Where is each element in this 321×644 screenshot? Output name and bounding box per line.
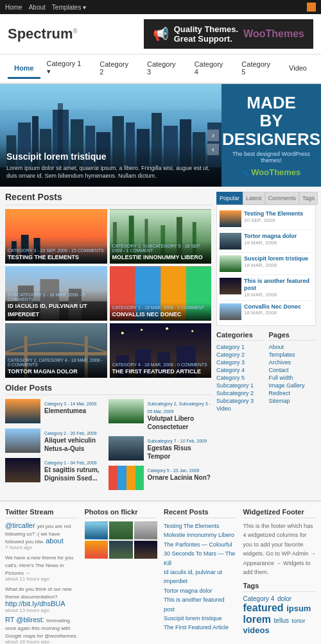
tweet-4: RT @blirest: Innovating once again this … — [5, 616, 78, 644]
tweet-link-1[interactable]: about — [46, 537, 64, 545]
flickr-thumb-5[interactable] — [109, 541, 133, 559]
tag-videos[interactable]: videos — [243, 625, 270, 635]
sidebar-thumb-2[interactable] — [220, 233, 241, 250]
tab-latest[interactable]: Latest — [243, 192, 265, 205]
footer-recent-title: Recent Posts — [164, 508, 237, 518]
cat-item-video[interactable]: Video — [216, 405, 264, 412]
tab-comments[interactable]: Comments — [265, 192, 300, 205]
tag-tortor[interactable]: tortor — [291, 618, 305, 624]
cat-item-1[interactable]: Category 1 — [216, 343, 264, 351]
tag-featured[interactable]: featured — [243, 602, 284, 613]
tag-tellus[interactable]: tellus — [274, 617, 289, 624]
freq-9[interactable]: The First Featured Article — [164, 623, 237, 632]
tag-lorem[interactable]: lorem — [243, 614, 272, 625]
hero-prev-btn[interactable]: ‹ — [207, 144, 219, 155]
tab-popular[interactable]: Popular — [216, 192, 243, 205]
nav-video[interactable]: Video — [282, 59, 313, 79]
page-templates[interactable]: Templates — [269, 351, 317, 359]
admin-bar-about[interactable]: About — [29, 4, 46, 11]
freq-7[interactable]: This is another featured post — [164, 595, 237, 614]
older-cat-5: Category 1 - 04 Feb, 2009 — [44, 461, 97, 465]
sidebar-thumb-1[interactable] — [220, 210, 241, 227]
tweet-link-3[interactable]: http://bit.ly/dhsBUA — [5, 600, 65, 607]
post-thumb-2[interactable]: CATEGORY 2, SUBCATEGORY 5 - 18 SEP, 2009… — [110, 209, 212, 264]
flickr-thumb-3[interactable] — [134, 521, 158, 539]
hero-desc: Lorem ipsum dolor sit amet, quaerat ipsu… — [6, 164, 215, 180]
post-thumb-6[interactable]: CATEGORY 4 - 18 MAR, 2008 - 0 COMMENTS T… — [110, 323, 212, 378]
page-contact[interactable]: Contact — [269, 366, 317, 374]
older-thumb-5[interactable] — [5, 458, 40, 482]
post-cat-3: SUBCATEGORY 2 - 18 MAR, 2008 - 0 COMMENT… — [8, 292, 105, 301]
page-about[interactable]: About — [269, 343, 317, 351]
sidebar-post-title-4: This is another featured post — [244, 278, 313, 292]
cat-item-sub3[interactable]: Subcategory 3 — [216, 397, 264, 405]
sidebar-post-1: Testing The Elements 20 SEP, 2009 — [220, 208, 313, 230]
freq-5[interactable]: Id iaculis id, pulvinar ut imperdiet — [164, 568, 237, 586]
svg-rect-65 — [220, 278, 241, 294]
svg-rect-70 — [85, 541, 108, 558]
freq-1[interactable]: Testing The Elements — [164, 521, 237, 530]
sidebar-thumb-3[interactable] — [220, 255, 241, 272]
older-thumb-6[interactable] — [108, 466, 144, 490]
pages-title: Pages — [269, 331, 317, 341]
svg-rect-62 — [220, 210, 241, 227]
post-thumb-5[interactable]: CATEGORY 2, CATEGORY 4 - 18 MAR, 2008 - … — [5, 323, 107, 378]
page-sitemap[interactable]: Sitemap — [269, 397, 317, 405]
older-thumb-2[interactable] — [108, 399, 144, 423]
older-cat-4: Subcategory 7 - 10 Feb, 2009 — [148, 439, 207, 443]
tweet-handle-4: RT @blirest: — [5, 616, 44, 623]
tag-dolor[interactable]: dolor — [277, 595, 291, 602]
posts-grid: CATEGORY 3 - 20 SEP, 2009 - 15 COMMENTS … — [5, 209, 211, 378]
older-thumb-4[interactable] — [108, 436, 144, 461]
page-archives[interactable]: Archives — [269, 359, 317, 366]
cat-item-5[interactable]: Category 5 — [216, 374, 264, 382]
post-thumb-3[interactable]: SUBCATEGORY 2 - 18 MAR, 2008 - 0 COMMENT… — [5, 266, 107, 321]
freq-6[interactable]: Tortor magna dolor — [164, 586, 237, 595]
svg-rect-56 — [108, 399, 144, 423]
cat-item-4[interactable]: Category 4 — [216, 366, 264, 374]
nav-cat1[interactable]: Category 1 ▾ — [40, 55, 94, 83]
nav-home[interactable]: Home — [8, 59, 40, 79]
older-thumb-1[interactable] — [5, 399, 40, 423]
nav-cat2[interactable]: Category 2 — [93, 55, 141, 83]
nav-cat3[interactable]: Category 3 — [141, 55, 188, 83]
page-gallery[interactable]: Image Gallery — [269, 382, 317, 389]
sidebar-thumb-5[interactable] — [220, 303, 241, 320]
nav-cat5[interactable]: Category 5 — [235, 55, 282, 83]
flickr-thumb-4[interactable] — [85, 541, 108, 559]
sidebar-post-title-1: Testing The Elements — [244, 210, 313, 217]
page-redirect[interactable]: Redirect — [269, 389, 317, 397]
freq-3[interactable]: The Parfontes — Colourful — [164, 540, 237, 549]
older-thumb-3[interactable] — [5, 428, 40, 453]
nav-cat4[interactable]: Category 4 — [188, 55, 236, 83]
tweet-time-2: about 11 hours ago — [5, 576, 78, 582]
flickr-thumb-1[interactable] — [85, 521, 108, 539]
post-thumb-1[interactable]: CATEGORY 3 - 20 SEP, 2009 - 15 COMMENTS … — [5, 209, 107, 264]
widget-text: This is the footer which has 4 widgetize… — [243, 521, 317, 577]
cat-item-sub2[interactable]: Subcategory 2 — [216, 389, 264, 397]
logo-text: Spectrum — [8, 26, 73, 42]
cat-item-sub1[interactable]: Subcategory 1 — [216, 382, 264, 389]
banner-line1: Quality Themes. — [174, 24, 238, 34]
freq-4[interactable]: 30 Seconds To Mars — The Kill — [164, 549, 237, 568]
svg-rect-68 — [109, 522, 133, 539]
tag-cat4[interactable]: Category 4 — [243, 595, 275, 602]
flickr-thumb-6[interactable] — [134, 541, 158, 559]
cat-item-3[interactable]: Category 3 — [216, 359, 264, 366]
tag-ipsum[interactable]: ipsum — [286, 604, 311, 613]
page-fullwidth[interactable]: Full width — [269, 374, 317, 382]
older-title-1: Elementumea — [44, 407, 108, 415]
hero-next-btn[interactable]: › — [207, 130, 219, 141]
tab-tags[interactable]: Tags — [299, 192, 318, 205]
freq-8[interactable]: Suscipit lorem tristique — [164, 614, 237, 623]
admin-bar-home[interactable]: Home — [5, 4, 22, 11]
freq-2[interactable]: Molestie innonummy Libero — [164, 530, 237, 539]
sidebar-thumb-4[interactable] — [220, 278, 241, 294]
site-header: Spectrum® 📢 Quality Themes. Great Suppor… — [0, 14, 321, 55]
post-thumb-4[interactable]: CATEGORY 1 - 18 MAR, 2008 - 1 COMMENT CO… — [110, 266, 212, 321]
cat-item-2[interactable]: Category 2 — [216, 351, 264, 359]
admin-bar-templates[interactable]: Templates ▾ — [52, 4, 86, 11]
flickr-thumb-2[interactable] — [109, 521, 133, 539]
nav-dropdown-icon: ▾ — [47, 67, 51, 75]
hero-image: Suscipit lorem tristique Lorem ipsum dol… — [0, 84, 221, 187]
